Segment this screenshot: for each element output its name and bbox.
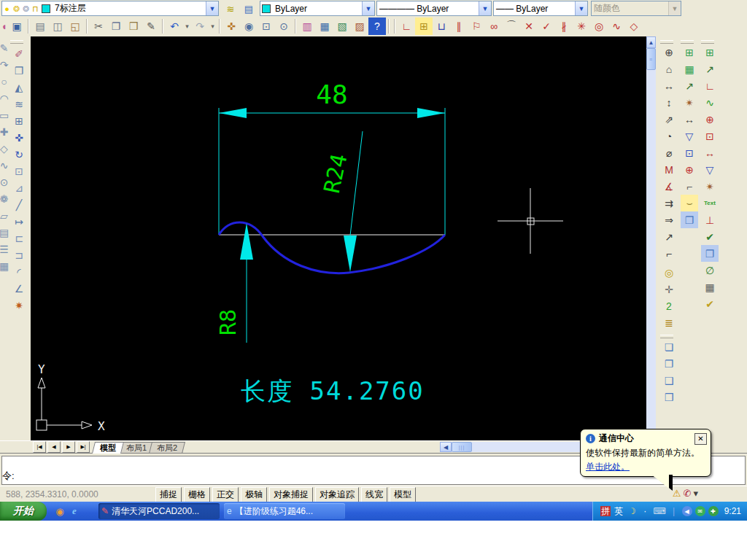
weld-symbol-icon[interactable]: ⌣ xyxy=(681,195,698,211)
clipped-draw-icon[interactable]: ∿ xyxy=(0,157,8,174)
pccad-diamond-icon[interactable]: ◇ xyxy=(625,18,643,35)
sheetset-manager-icon[interactable]: ▧ xyxy=(333,18,351,35)
dashed-box-icon[interactable]: ⊡ xyxy=(701,128,719,144)
dim-style-manager-icon[interactable]: ≣ xyxy=(660,314,678,331)
designcenter-icon[interactable]: ▦ xyxy=(316,18,333,35)
toggle-ortho[interactable]: 正交 xyxy=(212,487,239,502)
surface-finish-icon[interactable]: ▽ xyxy=(681,128,698,144)
undo-icon[interactable]: ↶ xyxy=(166,18,183,35)
center-mark-icon[interactable]: ◎ xyxy=(660,264,678,281)
tab-layout2[interactable]: 布局2 xyxy=(149,442,185,454)
dim-angular-icon[interactable]: ∡ xyxy=(660,178,678,195)
lineweight-combo[interactable]: —— ByLayer ▼ xyxy=(493,1,588,16)
fillet-icon[interactable]: ◜ xyxy=(10,263,28,280)
viewport-icon[interactable]: ⊞ xyxy=(701,44,719,61)
dim-center-icon[interactable]: ⊕ xyxy=(660,44,678,61)
rotate-icon[interactable]: ↻ xyxy=(10,146,28,163)
chevron-down-icon[interactable]: ▼ xyxy=(479,1,491,15)
clipped-draw-icon[interactable]: ▤ xyxy=(0,224,8,241)
chamfer-icon[interactable]: ∠ xyxy=(10,280,28,297)
pccad-table-icon[interactable]: ⊞ xyxy=(415,18,433,35)
toggle-otrack[interactable]: 对象追踪 xyxy=(315,487,359,502)
dim-vertical-icon[interactable]: ↕ xyxy=(660,94,678,111)
pccad-hook-icon[interactable]: ⌒ xyxy=(503,18,520,35)
erase-icon[interactable]: ✐ xyxy=(10,45,28,62)
dim-diameter-icon[interactable]: ⌀ xyxy=(660,144,678,161)
chevron-down-icon[interactable]: ▼ xyxy=(362,1,374,15)
clipped-draw-icon[interactable]: ❁ xyxy=(0,190,8,207)
toggle-snap[interactable]: 捕捉 xyxy=(155,487,182,502)
ime-dot-icon[interactable]: · xyxy=(640,506,650,516)
horizontal-scroll-thumb[interactable]: ||| xyxy=(452,442,472,452)
color-combo[interactable]: ByLayer ▼ xyxy=(260,1,375,16)
vertical-scrollbar[interactable]: ▲ ≡ ▼ xyxy=(646,36,656,440)
pccad-doubleline-icon[interactable]: ∦ xyxy=(555,18,573,35)
copy-clip-icon[interactable]: ❐ xyxy=(107,18,125,35)
clipped-draw-icon[interactable]: ✎ xyxy=(0,39,8,56)
text-wave-icon[interactable]: ∿ xyxy=(701,94,719,111)
paste-icon[interactable]: ❒ xyxy=(125,18,142,35)
bring-above-icon[interactable]: ❑ xyxy=(660,372,678,389)
communication-center-icon[interactable]: ✆ xyxy=(684,488,692,499)
text-tool-icon[interactable]: Text xyxy=(701,195,719,211)
clipped-draw-icon[interactable]: ○ xyxy=(0,73,8,90)
toggle-polar[interactable]: 极轴 xyxy=(241,487,267,502)
close-icon[interactable]: ✕ xyxy=(694,433,707,445)
bring-to-front-icon[interactable]: ❏ xyxy=(660,338,678,355)
redo-icon[interactable]: ↷ xyxy=(191,18,209,35)
toggle-model[interactable]: 模型 xyxy=(390,487,416,502)
cut-icon[interactable]: ✂ xyxy=(90,18,107,35)
layer-manager-button[interactable]: ≋ xyxy=(221,1,240,17)
offset-icon[interactable]: ≋ xyxy=(10,96,28,112)
scroll-up-icon[interactable]: ▲ xyxy=(646,36,656,48)
pccad-star-icon[interactable]: ✳ xyxy=(573,18,590,35)
viewport-named-icon[interactable]: ▦ xyxy=(681,61,698,77)
linetype-combo[interactable]: ———— ByLayer ▼ xyxy=(376,1,492,16)
dim-style-home-icon[interactable]: ⌂ xyxy=(660,61,678,77)
clipped-draw-icon[interactable]: ↷ xyxy=(0,56,8,73)
clipped-draw-icon[interactable]: ☰ xyxy=(0,241,8,257)
surface-finish2-icon[interactable]: ▽ xyxy=(701,161,719,178)
trim-icon[interactable]: ╱ xyxy=(10,196,28,213)
status-menu-arrow-icon[interactable]: ▾ xyxy=(694,488,699,499)
pccad-wave-icon[interactable]: ∿ xyxy=(608,18,625,35)
tray-update-icon[interactable]: ✚ xyxy=(708,506,719,516)
pccad-section-icon[interactable]: ⊔ xyxy=(433,18,450,35)
vertical-scroll-thumb[interactable]: ≡ xyxy=(646,48,656,70)
section-symbol-icon[interactable]: ⊥ xyxy=(701,211,719,228)
clipped-draw-icon[interactable]: ▦ xyxy=(0,257,8,274)
ime-mspy-icon[interactable]: 拼 xyxy=(600,506,611,516)
dim-horizontal-icon[interactable]: ↔ xyxy=(681,111,698,128)
zoom-window-icon[interactable]: ⊡ xyxy=(258,18,275,35)
break-icon[interactable]: ⊐ xyxy=(10,246,28,263)
task-browser[interactable]: e 【进阶级练习题46... xyxy=(224,503,345,519)
clipped-draw-icon[interactable]: ▱ xyxy=(0,207,8,224)
draworder2-icon[interactable]: ❐ xyxy=(701,245,719,262)
tab-model[interactable]: 模型 xyxy=(92,442,124,454)
dim-leader-icon[interactable]: ↗ xyxy=(660,228,678,245)
leader-note-icon[interactable]: ↗ xyxy=(701,61,719,77)
ime-keyboard-icon[interactable]: ⌨ xyxy=(653,506,665,516)
print-preview-icon[interactable]: ◫ xyxy=(49,18,66,35)
move-icon[interactable]: ✜ xyxy=(10,129,28,146)
open-file-icon[interactable]: ◖ xyxy=(0,18,8,35)
clipped-draw-icon[interactable]: ▭ xyxy=(0,106,8,123)
dim-radius-icon[interactable]: ◔ xyxy=(660,128,678,144)
start-button[interactable]: 开始 xyxy=(0,502,47,521)
clipped-draw-icon[interactable]: ◠ xyxy=(0,90,8,106)
pccad-parallel-icon[interactable]: ∥ xyxy=(450,18,468,35)
dim-ordinate-icon[interactable]: ⌐ xyxy=(660,245,678,262)
xclip-icon[interactable]: ∅ xyxy=(701,262,719,279)
ime-moon-icon[interactable]: ☽ xyxy=(627,506,637,516)
chevron-down-icon[interactable]: ▼ xyxy=(206,1,218,15)
corner-line-icon[interactable]: ⌐ xyxy=(681,178,698,195)
pccad-target-icon[interactable]: ◎ xyxy=(590,18,608,35)
leader-3-icon[interactable]: ↗ xyxy=(681,77,698,94)
chevron-down-icon[interactable]: ▼ xyxy=(575,1,587,15)
pccad-cross-icon[interactable]: ✕ xyxy=(520,18,538,35)
clipped-draw-icon[interactable]: ✚ xyxy=(0,123,8,140)
break-point-icon[interactable]: ⊏ xyxy=(10,230,28,246)
array-icon[interactable]: ⊞ xyxy=(10,112,28,129)
stretch-icon[interactable]: ⊿ xyxy=(10,179,28,196)
pccad-detail-flag-icon[interactable]: ⚐ xyxy=(468,18,485,35)
